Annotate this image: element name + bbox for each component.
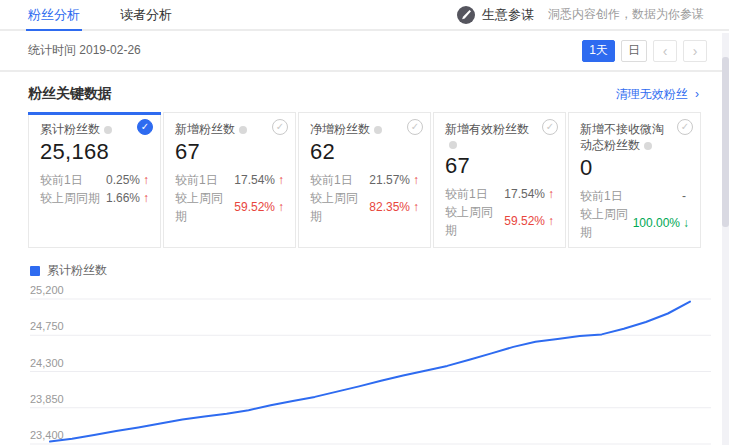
metric-card[interactable]: ✓ 新增有效粉丝数 67 较前1日17.54%↑较上周同期59.52%↑ xyxy=(433,112,566,248)
stats-toolbar: 统计时间 2019-02-26 1天 日 ‹ › xyxy=(0,31,729,72)
compare-value: 59.52% xyxy=(504,212,545,230)
metric-compare-rows: 较前1日17.54%↑较上周同期59.52%↑ xyxy=(175,171,284,225)
compare-label: 较前1日 xyxy=(580,187,682,205)
brand: 生意参谋 洞悉内容创作，数据为你参谋 xyxy=(457,6,704,24)
y-tick-label: 23,400 xyxy=(30,429,64,441)
trend-up-icon: ↑ xyxy=(278,171,284,189)
metric-compare-row: 较上周同期59.52%↑ xyxy=(445,203,554,239)
compare-value: 21.57% xyxy=(369,171,410,189)
metric-compare-row: 较前1日0.25%↑ xyxy=(40,171,149,189)
compare-label: 较上周同期 xyxy=(40,189,106,207)
y-tick-label: 23,850 xyxy=(30,393,64,405)
y-tick-label: 24,300 xyxy=(30,357,64,369)
scrollbar-thumb[interactable] xyxy=(722,57,729,227)
card-select-check-icon[interactable]: ✓ xyxy=(272,119,288,135)
compare-value: 17.54% xyxy=(234,171,275,189)
metric-card[interactable]: ✓ 新增不接收微淘动态粉丝数 0 较前1日-较上周同期100.00%↓ xyxy=(568,112,701,248)
trend-up-icon: ↑ xyxy=(143,189,149,207)
tabs: 粉丝分析 读者分析 xyxy=(28,0,172,29)
metric-card-value: 67 xyxy=(175,140,284,164)
y-tick-label: 25,200 xyxy=(30,284,64,296)
info-dot-icon xyxy=(374,126,382,134)
compare-value: 1.66% xyxy=(106,189,140,207)
top-tab-bar: 粉丝分析 读者分析 生意参谋 洞悉内容创作，数据为你参谋 xyxy=(0,0,729,31)
compare-label: 较前1日 xyxy=(445,185,504,203)
clean-link-label: 清理无效粉丝 xyxy=(616,87,688,101)
trend-up-icon: ↑ xyxy=(548,212,554,230)
section-header: 粉丝关键数据 清理无效粉丝 › xyxy=(0,72,729,112)
compare-label: 较上周同期 xyxy=(310,189,369,225)
metric-card-value: 67 xyxy=(445,154,554,178)
metric-compare-rows: 较前1日0.25%↑较上周同期1.66%↑ xyxy=(40,171,149,207)
legend-label: 累计粉丝数 xyxy=(47,262,107,279)
brand-tagline: 洞悉内容创作，数据为你参谋 xyxy=(548,6,704,23)
compare-value: - xyxy=(682,187,686,205)
line-chart-svg[interactable]: 23,40023,85024,30024,75025,20001-2801-31… xyxy=(28,281,715,445)
metric-card-title: 新增有效粉丝数 xyxy=(445,122,529,136)
metric-card[interactable]: ✓ 累计粉丝数 25,168 较前1日0.25%↑较上周同期1.66%↑ xyxy=(28,112,161,248)
compare-label: 较前1日 xyxy=(40,171,106,189)
metric-compare-row: 较前1日17.54%↑ xyxy=(175,171,284,189)
metric-compare-rows: 较前1日21.57%↑较上周同期82.35%↑ xyxy=(310,171,419,225)
next-page-button[interactable]: › xyxy=(683,40,707,62)
info-dot-icon xyxy=(239,126,247,134)
metric-card-title: 累计粉丝数 xyxy=(40,122,100,136)
clean-invalid-fans-link[interactable]: 清理无效粉丝 › xyxy=(616,86,699,103)
tab-reader-analysis[interactable]: 读者分析 xyxy=(120,0,172,29)
metric-cards: ✓ 累计粉丝数 25,168 较前1日0.25%↑较上周同期1.66%↑ ✓ 新… xyxy=(0,112,729,248)
metric-compare-row: 较前1日21.57%↑ xyxy=(310,171,419,189)
chart-legend[interactable]: 累计粉丝数 xyxy=(0,248,729,281)
scrollbar[interactable] xyxy=(722,33,729,445)
brand-logo-icon xyxy=(457,6,475,24)
info-dot-icon xyxy=(104,126,112,134)
section-title: 粉丝关键数据 xyxy=(28,85,112,103)
tab-fan-analysis[interactable]: 粉丝分析 xyxy=(28,0,80,29)
trend-up-icon: ↑ xyxy=(413,198,419,216)
compare-value: 0.25% xyxy=(106,171,140,189)
metric-card-title: 净增粉丝数 xyxy=(310,122,370,136)
compare-value: 82.35% xyxy=(369,198,410,216)
info-dot-icon xyxy=(644,142,652,150)
date-controls: 1天 日 ‹ › xyxy=(582,40,707,62)
metric-card-value: 0 xyxy=(580,156,689,180)
metric-compare-row: 较上周同期82.35%↑ xyxy=(310,189,419,225)
brand-name: 生意参谋 xyxy=(482,6,534,24)
chevron-right-icon: › xyxy=(695,87,699,101)
prev-page-button[interactable]: ‹ xyxy=(653,40,677,62)
compare-label: 较前1日 xyxy=(310,171,369,189)
metric-compare-row: 较上周同期59.52%↑ xyxy=(175,189,284,225)
card-select-check-icon[interactable]: ✓ xyxy=(407,119,423,135)
card-select-check-icon[interactable]: ✓ xyxy=(542,119,558,135)
compare-label: 较上周同期 xyxy=(445,203,504,239)
card-select-check-icon[interactable]: ✓ xyxy=(137,119,153,135)
compare-value: 100.00% xyxy=(633,214,680,232)
trend-up-icon: ↑ xyxy=(143,171,149,189)
compare-label: 较上周同期 xyxy=(580,205,633,241)
info-dot-icon xyxy=(449,141,457,149)
metric-card-value: 62 xyxy=(310,140,419,164)
metric-compare-rows: 较前1日-较上周同期100.00%↓ xyxy=(580,187,689,241)
compare-label: 较上周同期 xyxy=(175,189,234,225)
trend-up-icon: ↑ xyxy=(278,198,284,216)
compare-label: 较前1日 xyxy=(175,171,234,189)
metric-card-title: 新增粉丝数 xyxy=(175,122,235,136)
stat-time-label: 统计时间 xyxy=(28,43,76,57)
card-select-check-icon[interactable]: ✓ xyxy=(677,119,693,135)
metric-compare-rows: 较前1日17.54%↑较上周同期59.52%↑ xyxy=(445,185,554,239)
range-1day-button[interactable]: 1天 xyxy=(582,40,615,62)
fan-trend-chart[interactable]: 23,40023,85024,30024,75025,20001-2801-31… xyxy=(0,281,729,445)
metric-card[interactable]: ✓ 新增粉丝数 67 较前1日17.54%↑较上周同期59.52%↑ xyxy=(163,112,296,248)
stat-time: 统计时间 2019-02-26 xyxy=(28,42,141,59)
legend-swatch-icon xyxy=(30,266,40,276)
metric-card[interactable]: ✓ 净增粉丝数 62 较前1日21.57%↑较上周同期82.35%↑ xyxy=(298,112,431,248)
metric-compare-row: 较前1日17.54%↑ xyxy=(445,185,554,203)
metric-card-value: 25,168 xyxy=(40,140,149,164)
y-tick-label: 24,750 xyxy=(30,320,64,332)
metric-compare-row: 较上周同期100.00%↓ xyxy=(580,205,689,241)
trend-down-icon: ↓ xyxy=(683,214,689,232)
compare-value: 17.54% xyxy=(504,185,545,203)
trend-up-icon: ↑ xyxy=(413,171,419,189)
stat-time-value: 2019-02-26 xyxy=(79,43,140,57)
unit-day-button[interactable]: 日 xyxy=(621,40,647,62)
trend-up-icon: ↑ xyxy=(548,185,554,203)
